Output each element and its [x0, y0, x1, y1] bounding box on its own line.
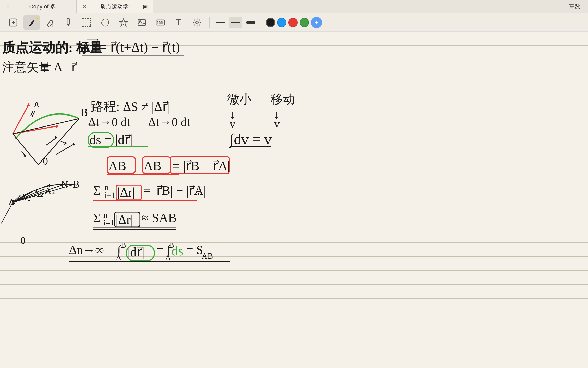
svg-marker-37 — [27, 103, 30, 106]
stroke-medium-line — [231, 22, 240, 23]
stroke-medium-btn[interactable] — [229, 17, 242, 28]
svg-text:i=1: i=1 — [103, 218, 114, 227]
separator-2 — [262, 17, 262, 28]
svg-line-41 — [46, 138, 56, 145]
tab-title-copy: Copy of 多 — [14, 3, 71, 10]
svg-text:Δ: Δ — [82, 40, 90, 54]
svg-text:0: 0 — [43, 155, 48, 167]
svg-text:移动: 移动 — [271, 92, 295, 106]
svg-rect-14 — [156, 20, 164, 25]
color-green[interactable] — [300, 18, 309, 27]
tab-gaoshu[interactable]: 高数 — [561, 0, 588, 13]
tab-copy[interactable]: ✕ Copy of 多 — [0, 0, 77, 13]
zoom-icon — [9, 18, 18, 27]
svg-text:Δn→∞: Δn→∞ — [69, 243, 104, 257]
svg-line-38 — [13, 119, 79, 134]
selection-tool[interactable] — [79, 15, 95, 30]
svg-rect-12 — [138, 20, 146, 25]
bluetooth-icon: ⚡ — [34, 16, 39, 20]
right-tabs: 高数 — [561, 0, 588, 13]
tab-close-zhidian[interactable]: ✕ — [82, 4, 87, 9]
svg-text:路程:  ΔS ≠ |Δr⃗|: 路程: ΔS ≠ |Δr⃗| — [91, 99, 170, 114]
svg-text:Σ: Σ — [93, 183, 101, 198]
stroke-thin-btn[interactable] — [214, 17, 227, 28]
zoom-tool[interactable] — [5, 15, 21, 30]
svg-text:∫dv = v: ∫dv = v — [229, 131, 272, 148]
lasso-tool[interactable] — [97, 15, 113, 30]
svg-text:ds: ds — [172, 244, 183, 258]
text-tool[interactable]: T — [170, 15, 187, 30]
lasso-icon — [100, 18, 110, 27]
tab-zhidian[interactable]: ✕ 质点运动学: ▣ — [77, 0, 153, 13]
star-icon — [119, 18, 128, 27]
svg-text:Δt→0  dt: Δt→0 dt — [148, 115, 190, 129]
svg-text:≈ SAB: ≈ SAB — [142, 211, 177, 225]
image-tool[interactable] — [134, 15, 150, 30]
toolbar: ⚡ — [0, 13, 588, 32]
svg-text:|dr⃗|: |dr⃗| — [128, 245, 144, 259]
svg-text:= S: = S — [186, 243, 203, 257]
svg-marker-35 — [56, 124, 59, 128]
keyboard-tool[interactable] — [152, 15, 168, 30]
tab-close-copy[interactable]: ✕ — [5, 4, 11, 9]
add-color-btn[interactable]: + — [311, 17, 322, 28]
svg-text:−: − — [137, 159, 144, 173]
highlighter-icon — [64, 18, 73, 27]
handwriting-canvas: 质点运动的: 标量 Δ r⃗ = r⃗(t+Δt) − r⃗(t) 注意矢量 Δ… — [0, 32, 588, 368]
svg-point-6 — [82, 18, 84, 19]
svg-text:0: 0 — [20, 235, 26, 246]
svg-rect-4 — [67, 19, 70, 24]
svg-marker-11 — [119, 19, 128, 26]
eraser-tool[interactable] — [42, 15, 58, 30]
highlighter-tool[interactable] — [60, 15, 77, 30]
svg-text:.: . — [197, 183, 200, 198]
image-icon — [137, 18, 147, 27]
svg-text:|Δr|: |Δr| — [117, 185, 135, 199]
color-red[interactable] — [288, 18, 298, 27]
svg-point-7 — [90, 18, 91, 19]
separator-1 — [209, 17, 210, 28]
svg-point-8 — [90, 26, 91, 27]
tab-title-zhidian: 质点运动学: — [90, 3, 140, 10]
svg-text:AB: AB — [108, 159, 126, 173]
svg-marker-46 — [64, 142, 67, 145]
svg-text:A: A — [165, 253, 171, 261]
title-bar: ✕ Copy of 多 ✕ 质点运动学: ▣ 高数 — [0, 0, 588, 13]
svg-text:B: B — [121, 241, 126, 249]
svg-text:v: v — [230, 118, 235, 130]
svg-line-48 — [56, 144, 74, 154]
tab-title-gaoshu: 高数 — [569, 3, 580, 10]
pen-tool[interactable]: ⚡ — [23, 15, 40, 30]
settings-icon — [192, 18, 202, 27]
svg-point-21 — [196, 21, 198, 24]
color-blue[interactable] — [277, 18, 286, 27]
eraser-icon — [45, 18, 55, 27]
selection-icon — [82, 18, 92, 27]
svg-text:v: v — [274, 118, 280, 130]
svg-text:ds = |dr⃗|: ds = |dr⃗| — [89, 132, 132, 147]
text-icon: T — [176, 18, 181, 27]
svg-text:r⃗: r⃗ — [71, 60, 78, 74]
svg-text:i=1: i=1 — [105, 190, 116, 200]
color-black[interactable] — [266, 18, 275, 27]
svg-text:—: — — [88, 118, 100, 130]
svg-point-10 — [102, 19, 109, 26]
svg-marker-42 — [55, 136, 57, 139]
svg-point-9 — [82, 26, 84, 27]
screen-record-icon: ▣ — [143, 4, 148, 10]
keyboard-icon — [155, 18, 165, 27]
svg-text:= |r⃗B − r⃗A|: = |r⃗B − r⃗A| — [173, 159, 230, 173]
svg-text:AB: AB — [144, 159, 161, 173]
svg-marker-49 — [73, 143, 75, 146]
canvas-area[interactable]: 质点运动的: 标量 Δ r⃗ = r⃗(t+Δt) − r⃗(t) 注意矢量 Δ… — [0, 32, 588, 368]
svg-text:|Δr|: |Δr| — [116, 212, 133, 227]
shapes-tool[interactable] — [115, 15, 132, 30]
svg-text:B: B — [80, 106, 88, 119]
svg-text:A: A — [116, 253, 121, 261]
settings-tool[interactable] — [189, 15, 205, 30]
svg-text:∧: ∧ — [33, 99, 40, 109]
tab-group: ✕ Copy of 多 ✕ 质点运动学: ▣ — [0, 0, 153, 13]
stroke-thick-line — [246, 21, 255, 24]
stroke-thick-btn[interactable] — [244, 17, 258, 28]
svg-line-39 — [13, 134, 38, 165]
